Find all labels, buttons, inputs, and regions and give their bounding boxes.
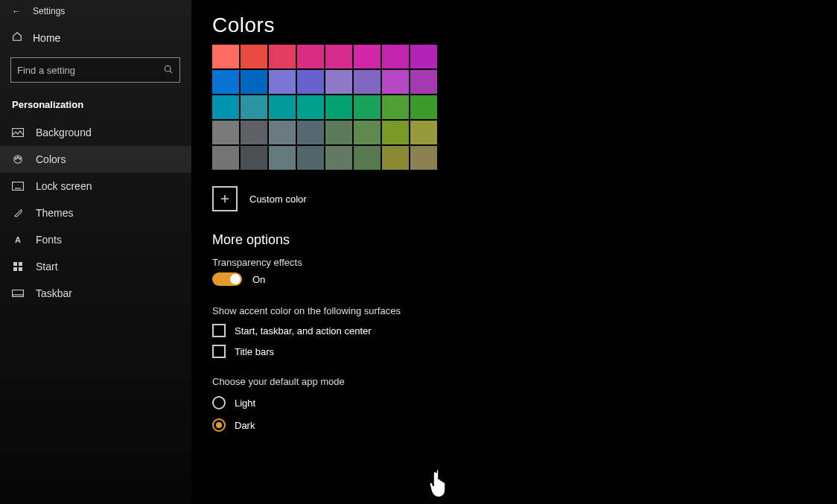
color-swatch[interactable]: [354, 121, 381, 144]
colors-icon: [12, 153, 24, 165]
color-swatch[interactable]: [212, 95, 239, 119]
sidebar-item-taskbar[interactable]: Taskbar: [0, 280, 191, 307]
accent-checkbox-start[interactable]: Start, taskbar, and action center: [212, 324, 837, 337]
color-swatch[interactable]: [241, 146, 267, 170]
sidebar-item-label: Colors: [36, 153, 66, 165]
color-swatch-grid: [212, 45, 837, 170]
home-label: Home: [33, 32, 60, 44]
color-swatch[interactable]: [382, 146, 409, 170]
app-mode-radio-light[interactable]: Light: [212, 396, 837, 409]
color-swatch[interactable]: [297, 121, 324, 144]
taskbar-icon: [12, 287, 24, 299]
color-swatch[interactable]: [212, 70, 239, 94]
app-title: Settings: [33, 6, 65, 16]
color-swatch[interactable]: [297, 70, 324, 94]
checkbox-icon: [212, 345, 226, 358]
color-swatch[interactable]: [297, 146, 324, 170]
color-swatch[interactable]: [410, 121, 437, 144]
checkbox-label: Start, taskbar, and action center: [235, 325, 372, 336]
transparency-toggle[interactable]: [212, 272, 242, 286]
sidebar-item-label: Themes: [36, 207, 74, 219]
radio-label: Light: [235, 398, 255, 409]
color-swatch[interactable]: [212, 45, 239, 68]
color-swatch[interactable]: [241, 121, 267, 144]
color-swatch[interactable]: [241, 70, 267, 94]
svg-rect-7: [13, 182, 24, 191]
sidebar-item-label: Fonts: [36, 234, 62, 246]
color-swatch[interactable]: [325, 70, 352, 94]
color-swatch[interactable]: [297, 45, 324, 68]
custom-color-button[interactable]: [212, 186, 238, 211]
cursor-hand-icon: [426, 468, 451, 502]
sidebar-item-label: Taskbar: [36, 287, 72, 299]
color-swatch[interactable]: [212, 121, 239, 144]
home-nav[interactable]: Home: [0, 25, 191, 57]
color-swatch[interactable]: [410, 146, 437, 170]
nav-list: Background Colors Lock screen Themes A F…: [0, 119, 191, 307]
accent-surfaces-label: Show accent color on the following surfa…: [212, 305, 837, 316]
color-swatch[interactable]: [297, 95, 324, 119]
transparency-label: Transparency effects: [212, 257, 837, 268]
app-mode-radio-dark[interactable]: Dark: [212, 418, 837, 432]
start-icon: [12, 261, 24, 272]
svg-point-4: [16, 158, 17, 159]
color-swatch[interactable]: [241, 45, 267, 68]
color-swatch[interactable]: [212, 146, 239, 170]
color-swatch[interactable]: [325, 45, 352, 68]
color-swatch[interactable]: [354, 146, 381, 170]
sidebar-item-background[interactable]: Background: [0, 119, 191, 146]
sidebar-item-label: Start: [36, 261, 58, 272]
sidebar-item-lockscreen[interactable]: Lock screen: [0, 173, 191, 200]
sidebar-item-colors[interactable]: Colors: [0, 146, 191, 173]
radio-icon: [212, 418, 226, 432]
main-content: Colors Custom color More options Transpa…: [191, 0, 837, 504]
color-swatch[interactable]: [382, 95, 409, 119]
color-swatch[interactable]: [410, 70, 437, 94]
sidebar-item-fonts[interactable]: A Fonts: [0, 226, 191, 253]
background-icon: [12, 127, 24, 138]
color-swatch[interactable]: [382, 70, 409, 94]
sidebar-item-themes[interactable]: Themes: [0, 200, 191, 226]
page-title: Colors: [212, 13, 837, 37]
themes-icon: [12, 207, 24, 219]
color-swatch[interactable]: [269, 45, 296, 68]
search-input[interactable]: Find a setting: [10, 57, 180, 83]
color-swatch[interactable]: [269, 121, 296, 144]
color-swatch[interactable]: [354, 95, 381, 119]
color-swatch[interactable]: [382, 45, 409, 68]
color-swatch[interactable]: [382, 121, 409, 144]
svg-rect-10: [19, 262, 22, 266]
color-swatch[interactable]: [410, 95, 437, 119]
transparency-state: On: [252, 274, 265, 285]
sidebar-item-start[interactable]: Start: [0, 253, 191, 280]
color-swatch[interactable]: [354, 70, 381, 94]
search-placeholder: Find a setting: [17, 65, 163, 76]
color-swatch[interactable]: [325, 146, 352, 170]
svg-rect-12: [19, 267, 22, 271]
sidebar: ← Settings Home Find a setting Personali…: [0, 0, 191, 504]
sidebar-item-label: Background: [36, 127, 92, 138]
color-swatch[interactable]: [241, 95, 267, 119]
more-options-header: More options: [212, 232, 837, 248]
color-swatch[interactable]: [354, 45, 381, 68]
app-mode-label: Choose your default app mode: [212, 376, 837, 387]
search-icon: [163, 64, 174, 77]
color-swatch[interactable]: [269, 70, 296, 94]
sidebar-item-label: Lock screen: [36, 180, 92, 192]
fonts-icon: A: [12, 234, 24, 246]
checkbox-label: Title bars: [235, 346, 274, 357]
lockscreen-icon: [12, 180, 24, 192]
svg-point-5: [17, 157, 19, 159]
section-header: Personalization: [0, 95, 191, 115]
color-swatch[interactable]: [269, 95, 296, 119]
color-swatch[interactable]: [410, 45, 437, 68]
color-swatch[interactable]: [325, 121, 352, 144]
color-swatch[interactable]: [325, 95, 352, 119]
back-icon[interactable]: ←: [12, 6, 21, 16]
radio-label: Dark: [235, 420, 255, 431]
svg-line-1: [170, 71, 172, 73]
accent-checkbox-titlebars[interactable]: Title bars: [212, 345, 837, 358]
color-swatch[interactable]: [269, 146, 296, 170]
svg-rect-9: [13, 262, 17, 266]
svg-point-0: [165, 66, 171, 71]
